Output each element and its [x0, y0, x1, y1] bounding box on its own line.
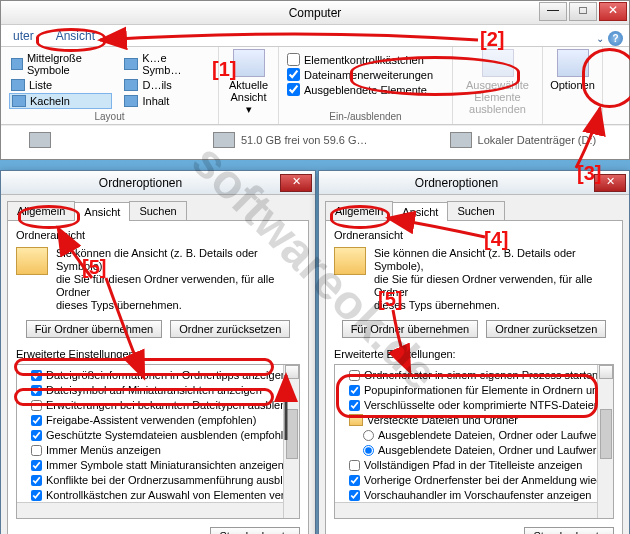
- tree-item[interactable]: Dateigrößeinformationen in Ordnertipps a…: [19, 368, 297, 383]
- layout-list[interactable]: Liste: [9, 78, 112, 92]
- check-item-checkboxes[interactable]: Elementkontrollkästchen: [287, 53, 444, 66]
- tree-item[interactable]: Ordnerfenster in einem eigenen Prozess s…: [337, 368, 611, 383]
- tree-checkbox[interactable]: [349, 385, 360, 396]
- tree-item[interactable]: Konflikte bei der Ordnerzusammenführung …: [19, 473, 297, 488]
- reset-folders-button[interactable]: Ordner zurücksetzen: [486, 320, 606, 338]
- scroll-thumb[interactable]: [286, 409, 298, 459]
- scroll-thumb[interactable]: [600, 409, 612, 459]
- tree-item[interactable]: Leere Laufwerke im Ordner "Computer" aus…: [19, 518, 297, 519]
- tree-item-label: Freigabe-Assistent verwenden (empfohlen): [46, 413, 256, 427]
- layout-small-icons[interactable]: K…e Symb…: [122, 51, 210, 77]
- tab-file[interactable]: uter: [7, 26, 40, 46]
- dlg-tab-view[interactable]: Ansicht: [74, 202, 130, 221]
- tree-item[interactable]: Dateisymbol auf Miniaturansichten anzeig…: [19, 383, 297, 398]
- tree-checkbox[interactable]: [349, 460, 360, 471]
- tree-checkbox[interactable]: [31, 475, 42, 486]
- dialog-close-button[interactable]: ✕: [594, 174, 626, 192]
- hscrollbar[interactable]: [335, 502, 597, 518]
- tree-item-label: Ordnerfenster in einem eigenen Prozess s…: [364, 368, 598, 382]
- tree-item[interactable]: Immer Symbole statt Miniaturansichten an…: [19, 458, 297, 473]
- help-icon[interactable]: ?: [608, 31, 623, 46]
- tree-item-label: Ausgeblendete Dateien, Ordner und Laufwe…: [378, 443, 611, 457]
- ribbon: Mittelgroße Symbole K…e Symb… Liste D…il…: [1, 47, 629, 125]
- tree-item-label: Dateigrößeinformationen in Ordnertipps a…: [46, 368, 287, 382]
- folder-view-label: Ordneransicht: [16, 229, 300, 241]
- dlg-tab-general[interactable]: Allgemein: [7, 201, 75, 220]
- dialog-titlebar: Ordneroptionen ✕: [319, 171, 629, 195]
- tree-item[interactable]: Vorschauhandler im Vorschaufenster anzei…: [337, 488, 611, 503]
- current-view-button[interactable]: AktuelleAnsicht ▾: [219, 47, 279, 124]
- hscrollbar[interactable]: [17, 502, 283, 518]
- tree-checkbox[interactable]: [31, 415, 42, 426]
- tree-checkbox[interactable]: [31, 400, 42, 411]
- tree-checkbox[interactable]: [349, 370, 360, 381]
- tree-checkbox[interactable]: [349, 475, 360, 486]
- tree-item[interactable]: Popupinformationen für Elemente in Ordne…: [337, 383, 611, 398]
- vscrollbar[interactable]: [283, 365, 299, 518]
- tree-checkbox[interactable]: [31, 445, 42, 456]
- tree-item[interactable]: Kontrollkästchen zur Auswahl von Element…: [19, 488, 297, 503]
- tree-item[interactable]: Versteckte Dateien und Ordner: [337, 413, 611, 428]
- close-button[interactable]: ✕: [599, 2, 627, 21]
- reset-folders-button[interactable]: Ordner zurücksetzen: [170, 320, 290, 338]
- tree-item-label: Verschlüsselte oder komprimierte NTFS-Da…: [364, 398, 611, 412]
- drive-d[interactable]: Lokaler Datenträger (D:): [450, 132, 597, 148]
- folder-options-dialog-right: Ordneroptionen ✕ Allgemein Ansicht Suche…: [318, 170, 630, 534]
- tree-checkbox[interactable]: [31, 370, 42, 381]
- vscrollbar[interactable]: [597, 365, 613, 518]
- tree-item[interactable]: Immer Menüs anzeigen: [19, 443, 297, 458]
- defaults-button[interactable]: Standardwerte: [210, 527, 300, 534]
- group-label-showhide: Ein-/ausblenden: [287, 111, 444, 122]
- content-icon: [124, 95, 138, 107]
- tree-checkbox[interactable]: [31, 460, 42, 471]
- dialog-title: Ordneroptionen: [319, 176, 594, 190]
- dlg-tab-search[interactable]: Suchen: [129, 201, 186, 220]
- tree-checkbox[interactable]: [349, 400, 360, 411]
- layout-content[interactable]: Inhalt: [122, 93, 210, 109]
- ribbon-tabs: uter Ansicht ⌄ ?: [1, 25, 629, 47]
- tree-item[interactable]: Vollständigen Pfad in der Titelleiste an…: [337, 458, 611, 473]
- tree-checkbox[interactable]: [349, 490, 360, 501]
- dialog-close-button[interactable]: ✕: [280, 174, 312, 192]
- check-extensions[interactable]: Dateinamenerweiterungen: [287, 68, 444, 81]
- tree-item-label: Kontrollkästchen zur Auswahl von Element…: [46, 488, 297, 502]
- current-view-icon: [233, 49, 265, 77]
- tree-item-label: Vorherige Ordnerfenster bei der Anmeldun…: [364, 473, 611, 487]
- dlg-tab-view[interactable]: Ansicht: [392, 202, 448, 221]
- tree-item-label: Geschützte Systemdateien ausblenden (emp…: [46, 428, 297, 442]
- tree-item-label: Leere Laufwerke im Ordner "Computer" aus…: [46, 518, 297, 519]
- tree-item[interactable]: Verschlüsselte oder komprimierte NTFS-Da…: [337, 398, 611, 413]
- options-button[interactable]: Optionen: [543, 47, 603, 124]
- ribbon-collapse-icon[interactable]: ⌄: [596, 33, 604, 44]
- advanced-tree[interactable]: Dateigrößeinformationen in Ordnertipps a…: [16, 364, 300, 519]
- layout-details[interactable]: D…ils: [122, 78, 210, 92]
- tree-item[interactable]: Erweiterungen bei bekannten Dateitypen a…: [19, 398, 297, 413]
- layout-tiles[interactable]: Kacheln: [9, 93, 112, 109]
- tree-radio[interactable]: [363, 430, 374, 441]
- tree-item[interactable]: Freigabe-Assistent verwenden (empfohlen): [19, 413, 297, 428]
- tree-checkbox[interactable]: [31, 430, 42, 441]
- scroll-up-button[interactable]: [599, 365, 613, 379]
- dlg-tab-general[interactable]: Allgemein: [325, 201, 393, 220]
- advanced-tree[interactable]: Ordnerfenster in einem eigenen Prozess s…: [334, 364, 614, 519]
- minimize-button[interactable]: —: [539, 2, 567, 21]
- tree-item[interactable]: Geschützte Systemdateien ausblenden (emp…: [19, 428, 297, 443]
- check-hidden[interactable]: Ausgeblendete Elemente: [287, 83, 444, 96]
- tree-checkbox[interactable]: [31, 490, 42, 501]
- dlg-tab-search[interactable]: Suchen: [447, 201, 504, 220]
- explorer-window: Computer — □ ✕ uter Ansicht ⌄ ? Mittelgr…: [0, 0, 630, 160]
- apply-folders-button[interactable]: Für Ordner übernehmen: [26, 320, 163, 338]
- scroll-up-button[interactable]: [285, 365, 299, 379]
- apply-folders-button[interactable]: Für Ordner übernehmen: [342, 320, 479, 338]
- defaults-button[interactable]: Standardwerte: [524, 527, 614, 534]
- tree-radio[interactable]: [363, 445, 374, 456]
- tree-checkbox[interactable]: [31, 385, 42, 396]
- tree-item[interactable]: Ausgeblendete Dateien, Ordner oder Laufw…: [337, 428, 611, 443]
- tab-view[interactable]: Ansicht: [50, 26, 101, 46]
- tree-item[interactable]: Vorherige Ordnerfenster bei der Anmeldun…: [337, 473, 611, 488]
- drive-c[interactable]: 51.0 GB frei von 59.6 G…: [213, 132, 368, 148]
- maximize-button[interactable]: □: [569, 2, 597, 21]
- explorer-content: 51.0 GB frei von 59.6 G… Lokaler Datentr…: [1, 125, 629, 153]
- layout-medium-icons[interactable]: Mittelgroße Symbole: [9, 51, 112, 77]
- tree-item[interactable]: Ausgeblendete Dateien, Ordner und Laufwe…: [337, 443, 611, 458]
